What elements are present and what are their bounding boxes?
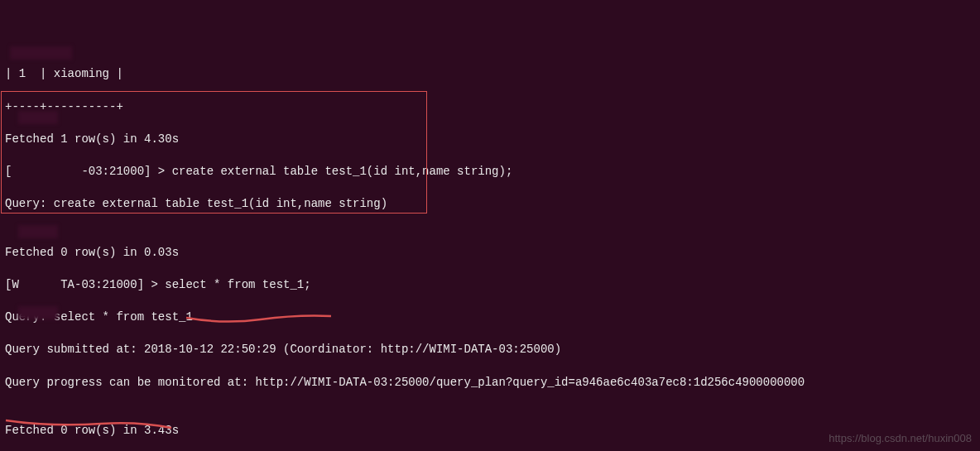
- terminal-line: +----+----------+: [5, 99, 975, 116]
- terminal-line: Query submitted at: 2018-10-12 22:50:29 …: [5, 342, 975, 358]
- terminal-line: Query: create external table test_1(id i…: [5, 196, 975, 213]
- redacted-area: [18, 225, 58, 238]
- redacted-area: [10, 46, 72, 60]
- terminal-line: | 1 | xiaoming |: [5, 66, 975, 83]
- terminal-line: Fetched 0 row(s) in 0.03s: [5, 245, 975, 261]
- terminal-prompt-line: [ -03:21000] > create external table tes…: [5, 164, 975, 180]
- watermark-text: https://blog.csdn.net/huxin008: [829, 431, 972, 446]
- terminal-line: Fetched 1 row(s) in 4.30s: [5, 132, 975, 148]
- terminal-line: Query progress can be monitored at: http…: [5, 375, 975, 391]
- terminal-prompt-line: [W TA-03:21000] > select * from test_1;: [5, 277, 975, 294]
- terminal-line: Query: select * from test_1: [5, 309, 975, 326]
